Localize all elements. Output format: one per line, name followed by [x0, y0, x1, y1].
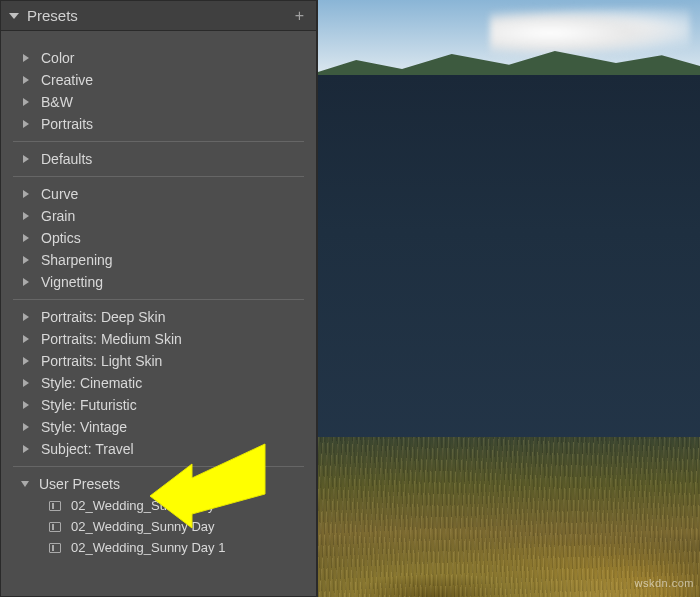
preset-folder[interactable]: Style: Cinematic [13, 372, 304, 394]
preset-folder[interactable]: User Presets [13, 473, 304, 495]
preset-folder[interactable]: Style: Futuristic [13, 394, 304, 416]
folder-label: User Presets [39, 476, 120, 492]
chevron-right-icon[interactable] [23, 120, 29, 128]
chevron-right-icon[interactable] [23, 155, 29, 163]
chevron-right-icon[interactable] [23, 234, 29, 242]
photo-preview [318, 0, 700, 597]
preset-label: 02_Wedding_Sunny Day [71, 498, 215, 513]
watermark: wskdn.com [634, 577, 694, 589]
folder-label: B&W [41, 94, 73, 110]
preset-folder[interactable]: Portraits: Deep Skin [13, 306, 304, 328]
folder-label: Color [41, 50, 74, 66]
preset-group: CurveGrainOpticsSharpeningVignetting [13, 177, 304, 300]
chevron-right-icon[interactable] [23, 256, 29, 264]
add-preset-button[interactable]: + [291, 7, 308, 25]
folder-label: Portraits [41, 116, 93, 132]
preset-folder[interactable]: Grain [13, 205, 304, 227]
preset-item[interactable]: 02_Wedding_Sunny Day [13, 516, 304, 537]
preset-icon [49, 543, 61, 553]
preset-folder[interactable]: Curve [13, 183, 304, 205]
folder-label: Sharpening [41, 252, 113, 268]
preset-group: Portraits: Deep SkinPortraits: Medium Sk… [13, 300, 304, 467]
preset-icon [49, 501, 61, 511]
folder-label: Style: Futuristic [41, 397, 137, 413]
preset-folder[interactable]: Portraits [13, 113, 304, 135]
chevron-right-icon[interactable] [23, 445, 29, 453]
collapse-triangle-icon[interactable] [9, 13, 19, 19]
preset-folder[interactable]: Portraits: Medium Skin [13, 328, 304, 350]
folder-label: Curve [41, 186, 78, 202]
grass-region [318, 437, 700, 597]
folder-label: Subject: Travel [41, 441, 134, 457]
preset-group: User Presets02_Wedding_Sunny Day02_Weddi… [13, 467, 304, 564]
preset-folder[interactable]: Portraits: Light Skin [13, 350, 304, 372]
mountain-region [318, 75, 700, 467]
chevron-right-icon[interactable] [23, 423, 29, 431]
panel-title: Presets [27, 7, 291, 24]
chevron-right-icon[interactable] [23, 379, 29, 387]
preset-folder[interactable]: Vignetting [13, 271, 304, 293]
folder-label: Portraits: Medium Skin [41, 331, 182, 347]
folder-label: Portraits: Light Skin [41, 353, 162, 369]
chevron-right-icon[interactable] [23, 54, 29, 62]
folder-label: Style: Cinematic [41, 375, 142, 391]
folder-label: Portraits: Deep Skin [41, 309, 166, 325]
folder-label: Defaults [41, 151, 92, 167]
chevron-right-icon[interactable] [23, 98, 29, 106]
preset-item[interactable]: 02_Wedding_Sunny Day [13, 495, 304, 516]
chevron-down-icon[interactable] [21, 481, 29, 487]
folder-label: Style: Vintage [41, 419, 127, 435]
presets-panel-header[interactable]: Presets + [1, 1, 316, 31]
cloud-region [490, 8, 690, 58]
folder-label: Optics [41, 230, 81, 246]
folder-label: Grain [41, 208, 75, 224]
presets-list: ColorCreativeB&WPortraitsDefaultsCurveGr… [1, 31, 316, 596]
chevron-right-icon[interactable] [23, 313, 29, 321]
preset-folder[interactable]: Color [13, 47, 304, 69]
chevron-right-icon[interactable] [23, 278, 29, 286]
chevron-right-icon[interactable] [23, 357, 29, 365]
folder-label: Creative [41, 72, 93, 88]
chevron-right-icon[interactable] [23, 190, 29, 198]
preset-label: 02_Wedding_Sunny Day 1 [71, 540, 225, 555]
chevron-right-icon[interactable] [23, 335, 29, 343]
preset-folder[interactable]: B&W [13, 91, 304, 113]
preset-item[interactable]: 02_Wedding_Sunny Day 1 [13, 537, 304, 558]
chevron-right-icon[interactable] [23, 76, 29, 84]
preset-icon [49, 522, 61, 532]
preset-folder[interactable]: Subject: Travel [13, 438, 304, 460]
chevron-right-icon[interactable] [23, 212, 29, 220]
folder-label: Vignetting [41, 274, 103, 290]
preset-folder[interactable]: Style: Vintage [13, 416, 304, 438]
preset-label: 02_Wedding_Sunny Day [71, 519, 215, 534]
presets-panel: Presets + ColorCreativeB&WPortraitsDefau… [0, 0, 318, 597]
preset-folder[interactable]: Optics [13, 227, 304, 249]
preset-group: ColorCreativeB&WPortraits [13, 41, 304, 142]
chevron-right-icon[interactable] [23, 401, 29, 409]
preset-folder[interactable]: Sharpening [13, 249, 304, 271]
preset-folder[interactable]: Creative [13, 69, 304, 91]
preset-folder[interactable]: Defaults [13, 148, 304, 170]
preset-group: Defaults [13, 142, 304, 177]
